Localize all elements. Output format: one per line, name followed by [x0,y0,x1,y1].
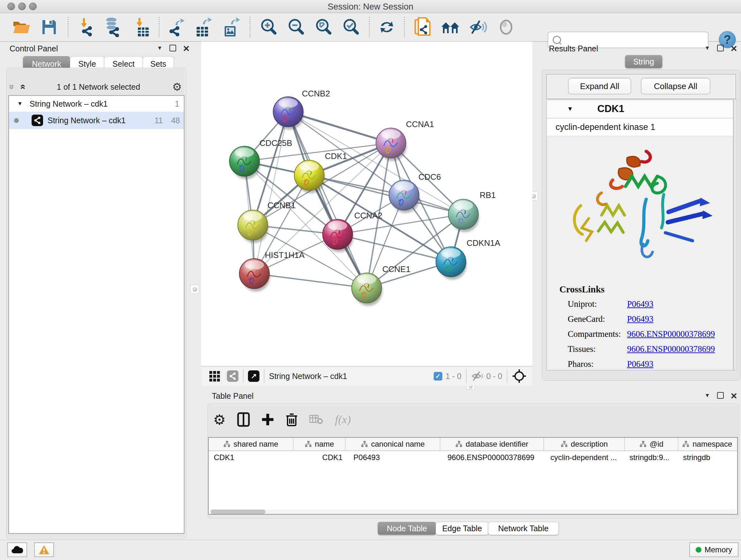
export-image-button[interactable] [221,16,241,38]
collapse-all-button[interactable]: Collapse All [641,78,711,95]
export-table-button[interactable] [193,16,213,38]
collapse-panel-icon[interactable]: ▼ [157,45,162,51]
collapse-panel-icon[interactable]: ▼ [704,45,710,51]
column-header[interactable]: @id [625,438,678,450]
warning-icon [39,545,50,555]
column-header[interactable]: description [544,438,625,450]
table-hscrollbar-thumb[interactable] [211,509,266,514]
zoom-selected-button[interactable] [341,16,361,38]
tab-string[interactable]: String [625,55,663,68]
table-settings-gear-icon[interactable]: ⚙ [213,412,226,428]
expand-all-button[interactable]: Expand All [568,78,631,95]
show-columns-icon[interactable] [237,412,250,427]
column-header[interactable]: shared name [209,438,293,450]
close-panel-icon[interactable]: × [183,45,190,51]
network-status-dot [14,118,19,123]
namespace-icon [561,441,568,448]
node-CDC25B[interactable]: CDC25B [229,138,292,179]
node-CCNB2[interactable]: CCNB2 [273,89,330,130]
zoom-fit-icon [314,18,333,37]
memory-label: Memory [704,545,732,554]
import-network-file-button[interactable] [76,16,96,38]
tissues-link[interactable]: 9606.ENSP00000378699 [627,344,715,354]
namespace-icon [305,441,312,448]
table-row[interactable]: CDK1 CDK1 P06493 9606.ENSP00000378699 cy… [209,451,737,464]
export-network-button[interactable] [166,16,186,38]
delete-table-icon[interactable] [309,414,323,425]
float-panel-icon[interactable] [170,45,176,51]
zoom-fit-button[interactable] [313,16,334,38]
tab-network-table[interactable]: Network Table [488,522,559,535]
namespace-icon [682,441,689,448]
edge-CCNB2-HIST1H1A[interactable] [254,112,288,273]
pharos-link[interactable]: P06493 [627,359,654,369]
column-header[interactable]: canonical name [346,438,441,450]
save-session-button[interactable] [39,16,59,38]
tab-node-table[interactable]: Node Table [378,522,436,535]
node-CCNE1[interactable]: CCNE1 [352,264,410,306]
selected-nodes-checkbox-icon[interactable]: ✓ [434,372,442,381]
birds-eye-grid-icon[interactable] [209,371,220,381]
table-panel-title: Table Panel [212,391,254,401]
zoom-in-button[interactable] [259,16,279,38]
open-session-button[interactable] [11,16,32,38]
genecard-link[interactable]: P06493 [627,314,654,324]
collapse-panel-icon[interactable]: ▼ [704,392,710,399]
function-builder-icon[interactable]: f(x) [335,413,351,426]
zoom-out-button[interactable] [286,16,307,38]
tab-edge-table[interactable]: Edge Table [435,522,488,535]
node-RB1[interactable]: RB1 [448,190,496,232]
crosslink-row: Tissues:9606.ENSP00000378699 [568,344,733,354]
network-thumb-icon[interactable] [227,370,239,382]
tree-expander-icon[interactable]: ▼ [17,101,23,107]
column-header[interactable]: namespace [678,438,737,450]
expand-all-networks-icon[interactable]: » [9,84,15,90]
float-panel-icon[interactable] [717,392,724,399]
warnings-button[interactable] [34,543,54,557]
open-in-new-window-icon[interactable]: ↗ [248,370,259,382]
uniprot-link[interactable]: P06493 [627,299,654,309]
import-network-database-button[interactable] [102,16,123,38]
node-HIST1H1A[interactable]: HIST1H1A [239,250,305,292]
node-CCNA1[interactable]: CCNA1 [376,119,434,161]
network-canvas[interactable]: CCNB2CCNA1CDC25BCDK1CDC6RB1CCNB1CCNA2CDK… [201,42,532,366]
compartments-link[interactable]: 9606.ENSP00000378699 [627,329,715,339]
network-view-toolbar: ↗ String Network – cdk1 ✓ 1 - 0 0 - 0 [201,366,532,386]
copy-network-button[interactable] [412,16,433,38]
column-header[interactable]: name [293,438,346,450]
column-header[interactable]: database identifier [441,438,544,450]
cdk1-section-header[interactable]: ▼ CDK1 [547,100,733,118]
eye-button[interactable] [496,16,516,38]
memory-status-dot [696,547,701,553]
network-collection-row[interactable]: ▼ String Network – cdk1 1 [9,96,184,112]
edge-CCNB2-CCNE1[interactable] [288,112,367,288]
close-panel-icon[interactable]: × [731,392,737,399]
fit-selected-crosshair-icon[interactable] [512,369,527,383]
hidden-eye-icon[interactable] [471,371,484,381]
network-options-gear-icon[interactable]: ⚙ [172,80,182,93]
add-column-icon[interactable] [261,413,274,426]
left-splitter-handle[interactable] [190,285,199,294]
close-panel-icon[interactable]: × [731,45,737,51]
float-panel-icon[interactable] [717,45,724,51]
table-header-row: shared name name canonical name database… [209,438,737,451]
memory-button[interactable]: Memory [689,543,738,557]
import-table-button[interactable] [131,16,152,38]
node-CDK1[interactable]: CDK1 [294,151,347,193]
collapse-all-networks-icon[interactable]: » [19,84,25,90]
delete-column-icon[interactable] [286,412,298,427]
cloud-status-button[interactable] [7,543,27,557]
show-all-views-button[interactable] [441,16,461,38]
netbar-separator [466,369,467,383]
section-collapse-icon[interactable]: ▼ [567,105,573,112]
node-CDKN1A[interactable]: CDKN1A [436,238,500,280]
edge-HIST1H1A-CCNE1[interactable] [254,273,367,288]
table-hscrollbar-track[interactable] [209,509,736,514]
results-scrollbar[interactable] [733,100,737,370]
hide-unhide-button[interactable] [468,16,488,38]
node-CCNB1[interactable]: CCNB1 [238,200,295,243]
node-label-HIST1H1A: HIST1H1A [265,250,305,260]
refresh-button[interactable] [377,16,397,38]
network-row-selected[interactable]: String Network – cdk1 11 48 [9,112,184,129]
node-count: 11 [154,116,163,125]
